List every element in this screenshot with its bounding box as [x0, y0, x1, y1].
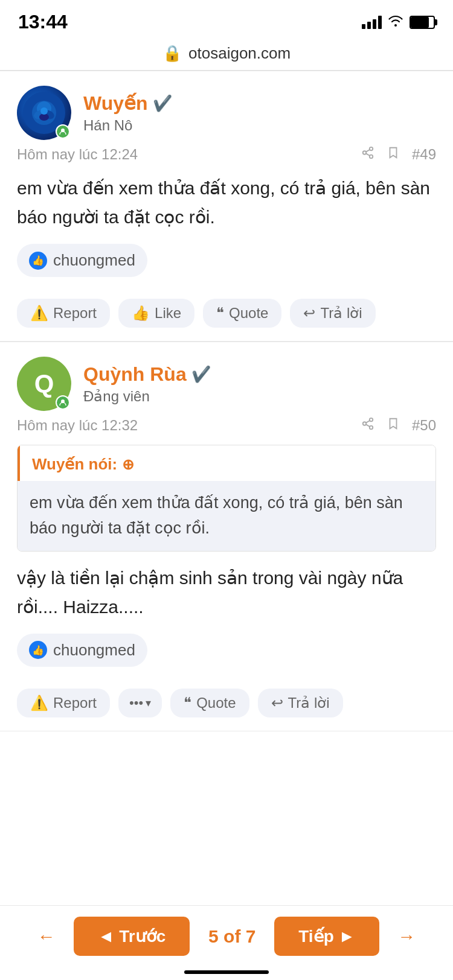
- post2-user-role: Đảng viên: [83, 388, 211, 405]
- svg-point-9: [363, 151, 367, 154]
- post-2: Q Quỳnh Rùa ✔️ Đảng viên Hôm nay lúc 12:…: [0, 342, 453, 731]
- post2-report-btn[interactable]: ⚠️ Report: [17, 689, 110, 718]
- battery-icon: [410, 16, 435, 29]
- post2-meta-right: #50: [361, 417, 436, 434]
- svg-point-14: [370, 418, 373, 422]
- post2-report-icon: ⚠️: [30, 695, 48, 711]
- post2-quote-author: Wuyến nói: ⊕: [32, 455, 423, 474]
- quote-icon: ❝: [216, 305, 224, 322]
- post2-share-icon[interactable]: [361, 417, 374, 434]
- post2-online-badge: [56, 395, 70, 410]
- svg-point-8: [370, 147, 373, 151]
- share-icon[interactable]: [361, 146, 374, 163]
- domain-name: otosaigon.com: [188, 44, 291, 62]
- prev-arrow-btn[interactable]: ←: [31, 920, 62, 953]
- post2-reaction-bar: 👍 chuongmed: [17, 634, 147, 667]
- post2-verified-icon: ✔️: [191, 365, 211, 384]
- post1-like-thumb: 👍: [29, 252, 47, 270]
- post2-meta: Hôm nay lúc 12:32 #50: [17, 417, 436, 434]
- post2-quote-block: Wuyến nói: ⊕ em vừa đến xem thửa đất xon…: [17, 445, 436, 552]
- post1-action-bar: ⚠️ Report 👍 Like ❝ Quote ↩ Trả lời: [17, 289, 436, 341]
- chevron-down-icon: ▾: [146, 696, 151, 710]
- post1-avatar-wrap: [17, 86, 71, 140]
- post1-user-header: Wuyến ✔️ Hán Nô: [17, 86, 436, 140]
- svg-line-11: [366, 153, 370, 156]
- post1-online-badge: [56, 124, 70, 139]
- wifi-icon: [388, 14, 403, 30]
- post1-meta: Hôm nay lúc 12:24 #49: [17, 146, 436, 163]
- lock-icon: 🔒: [162, 44, 182, 62]
- post2-quote-icon: ❝: [184, 695, 191, 711]
- post1-like-btn[interactable]: 👍 Like: [118, 299, 194, 328]
- post2-user-name: Quỳnh Rùa ✔️: [83, 363, 211, 386]
- signal-icon: [362, 16, 382, 29]
- status-time: 13:44: [18, 11, 68, 33]
- post2-user-header: Q Quỳnh Rùa ✔️ Đảng viên: [17, 357, 436, 411]
- post2-number: #50: [412, 417, 436, 434]
- post1-report-btn[interactable]: ⚠️ Report: [17, 299, 110, 328]
- post2-quote-btn[interactable]: ❝ Quote: [170, 689, 249, 718]
- reply-icon: ↩: [303, 305, 315, 322]
- post1-reaction-bar: 👍 chuongmed: [17, 244, 147, 277]
- post1-verified-icon: ✔️: [153, 94, 172, 113]
- quote-link-icon[interactable]: ⊕: [122, 456, 134, 473]
- post2-quote-body: em vừa đến xem thửa đất xong, có trả giá…: [18, 481, 435, 551]
- status-bar: 13:44: [0, 0, 453, 39]
- post2-user-info: Quỳnh Rùa ✔️ Đảng viên: [83, 363, 211, 405]
- post2-more-btn[interactable]: ••• ▾: [118, 689, 162, 718]
- pagination-bar: ← ◄ Trước 5 of 7 Tiếp ► →: [0, 905, 453, 980]
- svg-line-12: [366, 150, 370, 152]
- post2-avatar-wrap: Q: [17, 357, 71, 411]
- post1-user-info: Wuyến ✔️ Hán Nô: [83, 92, 172, 134]
- post2-reply-btn[interactable]: ↩ Trả lời: [258, 689, 343, 718]
- next-page-btn[interactable]: Tiếp ►: [274, 917, 379, 956]
- status-icons: [362, 14, 435, 30]
- prev-page-btn[interactable]: ◄ Trước: [74, 917, 190, 956]
- post2-content: vậy là tiền lại chậm sinh sản trong vài …: [17, 564, 436, 622]
- svg-point-10: [370, 155, 373, 159]
- post2-bookmark-icon[interactable]: [388, 417, 399, 434]
- post2-timestamp: Hôm nay lúc 12:32: [17, 417, 138, 434]
- svg-point-6: [40, 107, 48, 115]
- post1-timestamp: Hôm nay lúc 12:24: [17, 146, 138, 163]
- svg-point-16: [370, 426, 373, 430]
- post2-like-thumb: 👍: [29, 641, 47, 659]
- post1-user-role: Hán Nô: [83, 117, 172, 134]
- report-icon: ⚠️: [30, 305, 48, 322]
- bookmark-icon[interactable]: [388, 146, 399, 163]
- post2-reply-icon: ↩: [271, 695, 283, 711]
- post1-quote-btn[interactable]: ❝ Quote: [203, 299, 281, 328]
- post1-reply-btn[interactable]: ↩ Trả lời: [290, 299, 375, 328]
- post1-reaction-user: chuongmed: [53, 251, 135, 270]
- post1-content: em vừa đến xem thửa đất xong, có trả giá…: [17, 174, 436, 232]
- post1-number: #49: [412, 146, 436, 163]
- post2-reaction-user: chuongmed: [53, 641, 135, 660]
- post1-meta-right: #49: [361, 146, 436, 163]
- svg-line-17: [366, 424, 370, 427]
- home-indicator: [184, 970, 269, 974]
- address-bar: 🔒 otosaigon.com: [0, 39, 453, 71]
- svg-line-18: [366, 421, 370, 423]
- like-icon: 👍: [132, 305, 150, 322]
- post-1: Wuyến ✔️ Hán Nô Hôm nay lúc 12:24 #49 em…: [0, 71, 453, 342]
- post2-action-bar: ⚠️ Report ••• ▾ ❝ Quote ↩ Trả lời: [17, 679, 436, 731]
- post2-quote-header: Wuyến nói: ⊕: [18, 445, 435, 481]
- page-info: 5 of 7: [202, 926, 262, 947]
- next-arrow-btn[interactable]: →: [391, 920, 422, 953]
- svg-point-15: [363, 422, 367, 425]
- post1-user-name: Wuyến ✔️: [83, 92, 172, 115]
